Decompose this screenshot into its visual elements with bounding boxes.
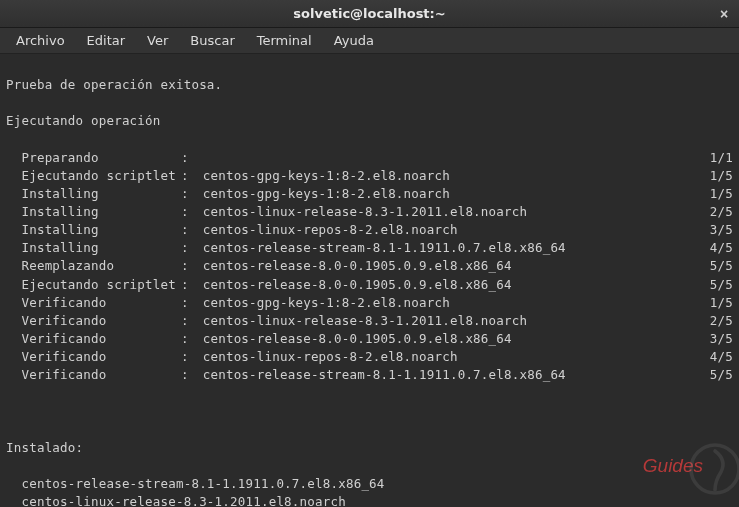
installed-item: centos-linux-release-8.3-1.2011.el8.noar… xyxy=(6,493,733,507)
row-action: Installing xyxy=(6,203,181,221)
row-count: 5/5 xyxy=(701,366,733,384)
row-colon: : xyxy=(181,257,195,275)
row-action: Ejecutando scriptlet xyxy=(6,167,181,185)
menu-ayuda[interactable]: Ayuda xyxy=(324,31,384,50)
row-action: Installing xyxy=(6,221,181,239)
row-action: Preparando xyxy=(6,149,181,167)
output-row: Installing : centos-linux-repos-8-2.el8.… xyxy=(6,221,733,239)
menu-editar[interactable]: Editar xyxy=(77,31,136,50)
row-package: centos-linux-repos-8-2.el8.noarch xyxy=(195,221,701,239)
output-row: Verificando : centos-release-stream-8.1-… xyxy=(6,366,733,384)
row-count: 5/5 xyxy=(701,257,733,275)
row-action: Verificando xyxy=(6,312,181,330)
terminal-output[interactable]: Prueba de operación exitosa. Ejecutando … xyxy=(0,54,739,507)
output-line: Ejecutando operación xyxy=(6,112,733,130)
row-colon: : xyxy=(181,330,195,348)
output-row: Verificando : centos-gpg-keys-1:8-2.el8.… xyxy=(6,294,733,312)
output-row: Verificando : centos-linux-repos-8-2.el8… xyxy=(6,348,733,366)
row-action: Reemplazando xyxy=(6,257,181,275)
row-package: centos-release-8.0-0.1905.0.9.el8.x86_64 xyxy=(195,276,701,294)
row-colon: : xyxy=(181,366,195,384)
row-count: 1/5 xyxy=(701,167,733,185)
row-package: centos-gpg-keys-1:8-2.el8.noarch xyxy=(195,185,701,203)
menubar: Archivo Editar Ver Buscar Terminal Ayuda xyxy=(0,28,739,54)
row-colon: : xyxy=(181,167,195,185)
menu-buscar[interactable]: Buscar xyxy=(180,31,244,50)
row-action: Verificando xyxy=(6,348,181,366)
row-action: Verificando xyxy=(6,294,181,312)
row-colon: : xyxy=(181,185,195,203)
row-count: 1/5 xyxy=(701,294,733,312)
window-titlebar: solvetic@localhost:~ × xyxy=(0,0,739,28)
row-count: 2/5 xyxy=(701,312,733,330)
row-colon: : xyxy=(181,239,195,257)
close-icon[interactable]: × xyxy=(715,5,733,23)
output-line: Prueba de operación exitosa. xyxy=(6,76,733,94)
output-row: Installing : centos-release-stream-8.1-1… xyxy=(6,239,733,257)
row-package: centos-linux-release-8.3-1.2011.el8.noar… xyxy=(195,312,701,330)
row-package: centos-release-8.0-0.1905.0.9.el8.x86_64 xyxy=(195,330,701,348)
row-colon: : xyxy=(181,276,195,294)
row-count: 2/5 xyxy=(701,203,733,221)
row-count: 4/5 xyxy=(701,348,733,366)
row-count: 3/5 xyxy=(701,330,733,348)
row-colon: : xyxy=(181,348,195,366)
row-package: centos-release-8.0-0.1905.0.9.el8.x86_64 xyxy=(195,257,701,275)
output-row: Ejecutando scriptlet: centos-gpg-keys-1:… xyxy=(6,167,733,185)
row-action: Ejecutando scriptlet xyxy=(6,276,181,294)
row-action: Verificando xyxy=(6,366,181,384)
installed-header: Instalado: xyxy=(6,439,733,457)
output-row: Installing : centos-linux-release-8.3-1.… xyxy=(6,203,733,221)
window-title: solvetic@localhost:~ xyxy=(293,6,445,21)
row-package: centos-linux-release-8.3-1.2011.el8.noar… xyxy=(195,203,701,221)
output-row: Preparando : 1/1 xyxy=(6,149,733,167)
row-package: centos-release-stream-8.1-1.1911.0.7.el8… xyxy=(195,239,701,257)
row-action: Installing xyxy=(6,185,181,203)
row-package: centos-gpg-keys-1:8-2.el8.noarch xyxy=(195,294,701,312)
row-colon: : xyxy=(181,221,195,239)
row-count: 1/1 xyxy=(701,149,733,167)
output-row: Verificando : centos-release-8.0-0.1905.… xyxy=(6,330,733,348)
row-colon: : xyxy=(181,149,195,167)
row-package xyxy=(195,149,701,167)
row-package: centos-release-stream-8.1-1.1911.0.7.el8… xyxy=(195,366,701,384)
menu-terminal[interactable]: Terminal xyxy=(247,31,322,50)
blank-line xyxy=(6,402,733,420)
row-count: 3/5 xyxy=(701,221,733,239)
row-colon: : xyxy=(181,294,195,312)
output-row: Reemplazando : centos-release-8.0-0.1905… xyxy=(6,257,733,275)
row-action: Installing xyxy=(6,239,181,257)
installed-item: centos-release-stream-8.1-1.1911.0.7.el8… xyxy=(6,475,733,493)
menu-archivo[interactable]: Archivo xyxy=(6,31,75,50)
output-row: Verificando : centos-linux-release-8.3-1… xyxy=(6,312,733,330)
row-count: 1/5 xyxy=(701,185,733,203)
row-colon: : xyxy=(181,312,195,330)
row-count: 4/5 xyxy=(701,239,733,257)
row-count: 5/5 xyxy=(701,276,733,294)
output-row: Ejecutando scriptlet: centos-release-8.0… xyxy=(6,276,733,294)
output-row: Installing : centos-gpg-keys-1:8-2.el8.n… xyxy=(6,185,733,203)
row-action: Verificando xyxy=(6,330,181,348)
row-package: centos-linux-repos-8-2.el8.noarch xyxy=(195,348,701,366)
row-colon: : xyxy=(181,203,195,221)
menu-ver[interactable]: Ver xyxy=(137,31,178,50)
row-package: centos-gpg-keys-1:8-2.el8.noarch xyxy=(195,167,701,185)
